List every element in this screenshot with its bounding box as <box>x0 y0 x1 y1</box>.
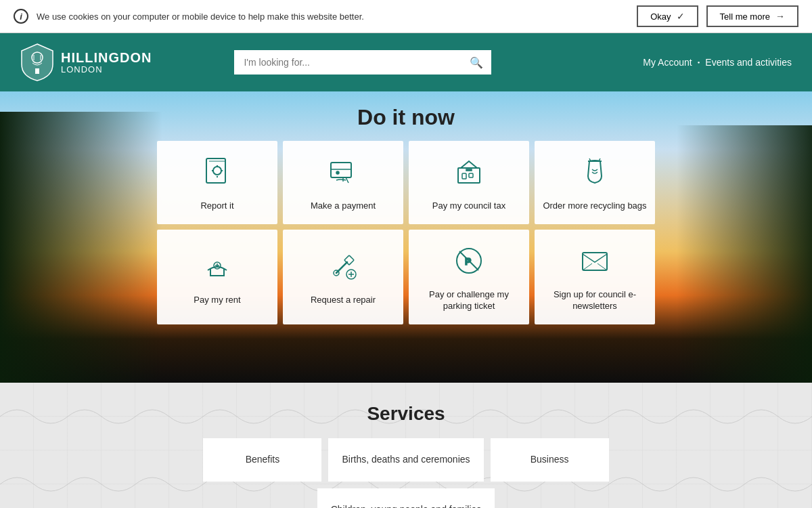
search-box[interactable]: 🔍 <box>234 50 491 75</box>
svg-rect-8 <box>331 163 351 177</box>
service-benefits[interactable]: Benefits <box>203 438 321 482</box>
council-tax-icon <box>453 156 485 192</box>
tile-recycling[interactable]: Order more recycling bags <box>535 141 655 224</box>
newsletter-icon <box>579 245 611 281</box>
tile-recycling-label: Order more recycling bags <box>543 200 646 212</box>
okay-label: Okay <box>650 12 671 22</box>
svg-point-3 <box>213 167 221 175</box>
services-content: Services Benefits Births, deaths and cer… <box>0 403 812 508</box>
svg-rect-12 <box>469 173 473 177</box>
payment-icon <box>327 156 359 192</box>
cookie-message: We use cookies on your computer or mobil… <box>37 12 629 22</box>
tile-parking-label: Pay or challenge my parking ticket <box>417 289 521 312</box>
services-section: Services Benefits Births, deaths and cer… <box>0 383 812 508</box>
tile-repair-label: Request a repair <box>311 295 376 306</box>
tile-newsletter-label: Sign up for council e-newsletters <box>543 289 647 312</box>
search-icon: 🔍 <box>470 56 483 69</box>
okay-button[interactable]: Okay ✓ <box>637 5 698 27</box>
hero-title: Do it now <box>357 105 455 130</box>
services-title: Services <box>0 403 812 425</box>
nav-dot: ● <box>698 60 700 64</box>
hero-section: Do it now Report it <box>0 91 812 383</box>
svg-point-9 <box>336 171 339 174</box>
svg-rect-13 <box>466 169 472 171</box>
svg-text:P: P <box>465 256 471 267</box>
tile-report-it[interactable]: Report it <box>157 141 277 224</box>
logo-text: HILLINGDON LONDON <box>61 50 152 75</box>
tile-payment-label: Make a payment <box>311 200 376 212</box>
trees-right <box>677 125 812 383</box>
tile-repair[interactable]: Request a repair <box>283 230 403 324</box>
tile-parking[interactable]: P Pay or challenge my parking ticket <box>409 230 529 324</box>
tile-rent[interactable]: Pay my rent <box>157 230 277 324</box>
org-sub: LONDON <box>61 65 152 75</box>
svg-rect-1 <box>35 68 39 74</box>
tiles-grid: Report it Make a payment <box>157 141 655 324</box>
tell-me-more-button[interactable]: Tell me more → <box>706 5 798 27</box>
service-children[interactable]: Children, young people and families <box>317 488 495 508</box>
more-label: Tell me more <box>720 12 770 22</box>
recycling-icon <box>579 156 611 192</box>
repair-icon <box>327 250 359 287</box>
tile-council-tax[interactable]: Pay my council tax <box>409 141 529 224</box>
search-input[interactable] <box>234 50 491 75</box>
header: HILLINGDON LONDON 🔍 My Account ● Events … <box>0 33 812 91</box>
tile-make-payment[interactable]: Make a payment <box>283 141 403 224</box>
cookie-banner: i We use cookies on your computer or mob… <box>0 0 812 33</box>
rent-icon <box>201 250 233 287</box>
svg-line-28 <box>597 263 607 270</box>
tile-report-label: Report it <box>200 200 233 212</box>
check-icon: ✓ <box>677 11 685 22</box>
trees-left <box>0 112 162 383</box>
parking-icon: P <box>453 245 485 281</box>
svg-line-27 <box>583 263 592 270</box>
events-link[interactable]: Events and activities <box>705 57 792 68</box>
info-icon: i <box>14 9 28 24</box>
tile-council-tax-label: Pay my council tax <box>432 200 505 212</box>
logo-shield <box>20 43 54 82</box>
org-name: HILLINGDON <box>61 50 152 65</box>
logo[interactable]: HILLINGDON LONDON <box>20 43 152 82</box>
header-nav: My Account ● Events and activities <box>643 57 792 68</box>
services-grid: Benefits Births, deaths and ceremonies B… <box>135 438 677 508</box>
svg-rect-11 <box>462 173 466 179</box>
service-business[interactable]: Business <box>491 438 609 482</box>
report-icon <box>201 156 233 192</box>
tile-rent-label: Pay my rent <box>194 295 240 306</box>
tile-newsletter[interactable]: Sign up for council e-newsletters <box>535 230 655 324</box>
my-account-link[interactable]: My Account <box>643 57 692 68</box>
arrow-icon: → <box>775 11 785 22</box>
service-births[interactable]: Births, deaths and ceremonies <box>328 438 483 482</box>
